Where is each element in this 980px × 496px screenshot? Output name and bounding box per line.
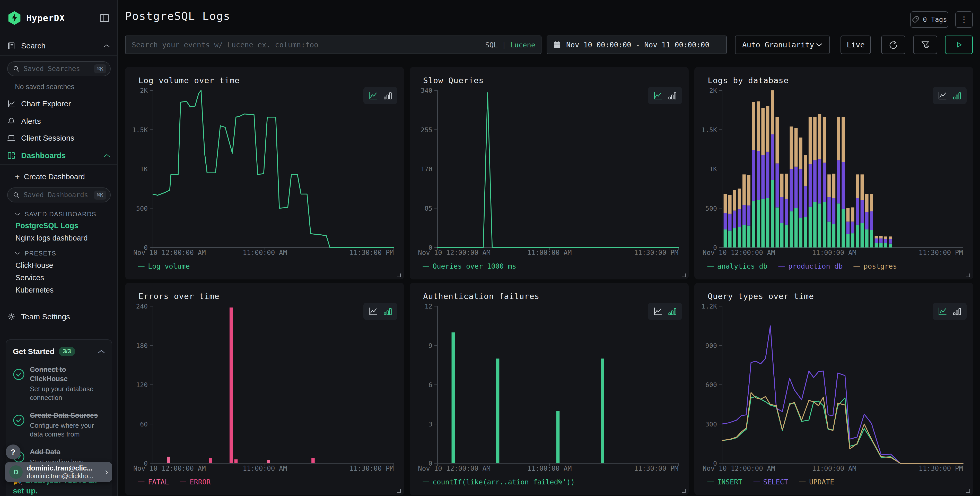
event-search-input[interactable] <box>126 36 541 54</box>
legend-item[interactable]: SELECT <box>753 478 789 486</box>
resize-handle[interactable] <box>682 273 686 278</box>
chart-legend: Queries over 1000 ms <box>423 262 516 270</box>
legend-item[interactable]: analytics_db <box>707 262 767 270</box>
dashboard-link-nginx[interactable]: Nginx logs dashboard <box>16 234 88 242</box>
run-query-button[interactable] <box>945 35 973 54</box>
dashboard-grid: Log volume over time 05001K1.5K2KNov 10 … <box>125 67 973 495</box>
preset-link-services[interactable]: Services <box>16 273 44 282</box>
panel-title: Logs by database <box>708 76 789 85</box>
stacked-bar-segment <box>827 174 831 197</box>
check-circle-icon <box>13 415 25 426</box>
y-tick-label: 900 <box>705 342 717 349</box>
saved-dashboards-input[interactable]: ⌘K <box>7 188 111 203</box>
x-tick-label: 11:00:00 AM <box>243 464 287 472</box>
help-button[interactable]: ? <box>6 445 21 459</box>
stacked-bar-segment <box>775 207 779 247</box>
stacked-bar-segment <box>832 224 835 248</box>
tags-button[interactable]: 0 Tags <box>910 11 948 28</box>
stacked-bar-segment <box>785 199 788 225</box>
y-tick-label: 120 <box>136 381 148 389</box>
stacked-bar-segment <box>757 102 760 151</box>
filter-button[interactable] <box>913 35 937 54</box>
stacked-bar-segment <box>837 203 840 247</box>
legend-item[interactable]: FATAL <box>138 478 169 486</box>
series-bar <box>557 411 560 463</box>
granularity-select[interactable]: Auto Granularity <box>735 35 830 54</box>
create-dashboard-button[interactable]: + Create Dashboard <box>15 172 85 182</box>
stacked-bar-segment <box>842 209 845 247</box>
legend-swatch <box>138 482 145 482</box>
stacked-bar-segment <box>799 137 802 169</box>
stacked-bar-segment <box>851 233 854 247</box>
preset-link-kubernetes[interactable]: Kubernetes <box>16 286 54 294</box>
legend-item[interactable]: countIf(like(arr..ation failed%')) <box>423 478 575 486</box>
stacked-bar-segment <box>884 236 887 239</box>
resize-handle[interactable] <box>397 489 401 493</box>
granularity-value: Auto Granularity <box>742 40 814 49</box>
sidebar-item-chart-explorer[interactable]: Chart Explorer <box>0 97 117 111</box>
resize-handle[interactable] <box>966 489 970 493</box>
resize-handle[interactable] <box>966 273 970 278</box>
y-tick-label: 6 <box>428 381 432 389</box>
sidebar-collapse-icon[interactable] <box>98 11 111 25</box>
stacked-bar-segment <box>733 228 736 247</box>
dashboard-link-postgresql-logs[interactable]: PostgreSQL Logs <box>16 222 78 230</box>
legend-item[interactable]: ERROR <box>180 478 210 486</box>
sidebar-item-client-sessions[interactable]: Client Sessions <box>0 131 117 145</box>
presets-section[interactable]: PRESETS <box>15 250 56 257</box>
legend-item[interactable]: production_db <box>778 262 843 270</box>
legend-item[interactable]: postgres <box>853 262 897 270</box>
saved-searches-input[interactable]: ⌘K <box>7 61 111 76</box>
sidebar-item-team-settings[interactable]: Team Settings <box>0 309 117 324</box>
legend-label: INSERT <box>717 478 743 486</box>
live-button[interactable]: Live <box>840 35 871 54</box>
step-desc: Set up your database connection <box>30 384 105 402</box>
panel-title: Query types over time <box>708 292 814 301</box>
chevron-up-icon[interactable] <box>98 349 105 354</box>
get-started-title: Get Started <box>13 347 54 356</box>
calendar-icon <box>553 41 561 49</box>
saved-dashboards-field[interactable] <box>23 191 91 199</box>
series-bar <box>267 460 270 463</box>
stacked-bar-segment <box>780 223 784 247</box>
stacked-bar-segment <box>875 243 878 247</box>
panel-slow-queries: Slow Queries 085170255340Nov 10 12:00:00… <box>410 67 689 279</box>
page-title: PostgreSQL Logs <box>125 10 230 22</box>
sidebar-item-alerts[interactable]: Alerts <box>0 114 117 129</box>
legend-item[interactable]: UPDATE <box>799 478 834 486</box>
shortcut-badge: ⌘K <box>94 191 106 199</box>
y-tick-label: 9 <box>428 342 432 349</box>
user-email: dominic.tran@clickho... <box>27 472 101 480</box>
sidebar-item-dashboards[interactable]: Dashboards <box>0 148 117 163</box>
plus-icon: + <box>15 172 20 182</box>
resize-handle[interactable] <box>682 489 686 493</box>
legend-swatch <box>423 482 429 482</box>
x-tick-label: 11:30:00 PM <box>350 249 394 257</box>
sidebar-item-label: Chart Explorer <box>21 99 110 108</box>
x-tick-label: 11:00:00 AM <box>527 464 571 472</box>
legend-label: ERROR <box>190 478 210 486</box>
user-menu[interactable]: D dominic.tran@clic... dominic.tran@clic… <box>5 462 112 482</box>
resize-handle[interactable] <box>397 273 401 278</box>
lucene-toggle[interactable]: Lucene <box>510 41 535 49</box>
refresh-button[interactable] <box>881 35 905 54</box>
get-started-step-connect[interactable]: Connect to ClickHouse Set up your databa… <box>13 365 105 402</box>
more-options-button[interactable]: ⋮ <box>955 11 973 28</box>
legend-label: SELECT <box>763 478 789 486</box>
x-tick-label: 11:30:00 PM <box>919 464 963 472</box>
saved-dashboards-section[interactable]: SAVED DASHBOARDS <box>15 211 96 218</box>
x-tick-label: 11:30:00 PM <box>919 249 963 257</box>
legend-item[interactable]: INSERT <box>707 478 743 486</box>
legend-item[interactable]: Log volume <box>138 262 190 270</box>
divider <box>0 55 117 56</box>
chart-plot: 05001K1.5K2KNov 10 12:00:00 AM11:00:00 A… <box>133 88 396 258</box>
legend-item[interactable]: Queries over 1000 ms <box>423 262 516 270</box>
saved-searches-field[interactable] <box>23 65 91 73</box>
get-started-step-sources[interactable]: Create Data Sources Configure where your… <box>13 411 105 439</box>
gear-icon <box>7 313 16 321</box>
time-range-picker[interactable]: Nov 10 00:00:00 - Nov 11 00:00:00 <box>547 35 727 54</box>
stacked-bar-segment <box>823 117 826 163</box>
sql-toggle[interactable]: SQL <box>485 41 498 49</box>
sidebar-item-search[interactable]: Search <box>0 38 117 53</box>
preset-link-clickhouse[interactable]: ClickHouse <box>16 261 53 270</box>
